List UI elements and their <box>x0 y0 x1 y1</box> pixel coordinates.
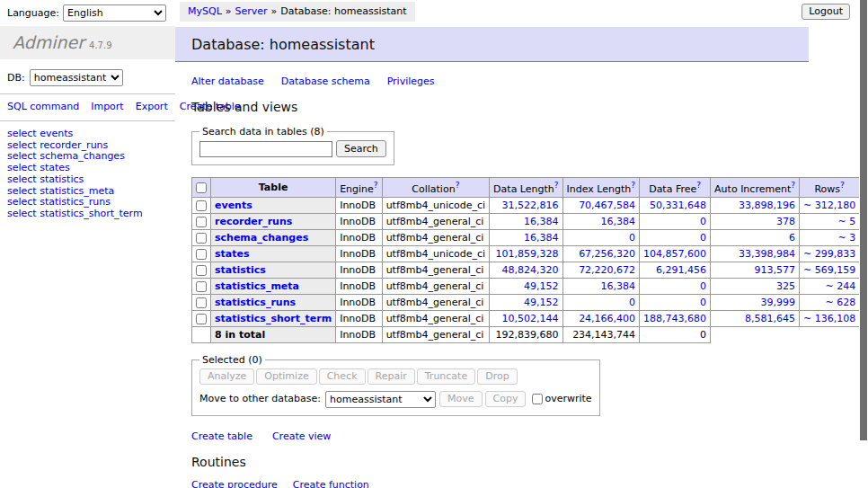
rows-count-link[interactable]: ~ 136,108 <box>803 313 855 324</box>
index-length-link[interactable]: 72,220,672 <box>579 264 635 276</box>
sidebar-divider <box>0 120 175 121</box>
data-length-link[interactable]: 101,859,328 <box>496 248 559 260</box>
column-help-link[interactable]: ? <box>791 181 795 190</box>
truncate-button[interactable]: Truncate <box>417 368 475 385</box>
data-free-link[interactable]: 104,857,600 <box>643 248 706 260</box>
breadcrumb-mysql-link[interactable]: MySQL <box>188 5 222 17</box>
column-help-link[interactable]: ? <box>840 181 845 190</box>
scrollbar[interactable] <box>859 0 868 488</box>
analyze-button[interactable]: Analyze <box>199 368 254 385</box>
table-link-recorder-runs[interactable]: recorder_runs <box>215 216 292 227</box>
data-free-link[interactable]: 0 <box>700 280 706 292</box>
auto-increment-link[interactable]: 6 <box>789 232 795 244</box>
copy-button[interactable]: Copy <box>485 391 527 407</box>
index-length-link[interactable]: 0 <box>629 297 635 308</box>
data-length-link[interactable]: 16,384 <box>524 216 559 227</box>
index-length-link[interactable]: 67,256,320 <box>579 248 635 260</box>
row-checkbox-recorder-runs[interactable] <box>196 217 207 227</box>
data-free-link[interactable]: 188,743,680 <box>643 313 706 324</box>
column-help-link[interactable]: ? <box>456 181 460 190</box>
scrollbar-thumb[interactable] <box>860 0 867 440</box>
auto-increment-link[interactable]: 378 <box>776 216 795 227</box>
column-help-link[interactable]: ? <box>631 181 635 190</box>
table-link-statistics[interactable]: statistics <box>215 264 266 276</box>
rows-count-link[interactable]: ~ 5 <box>837 216 855 227</box>
select-all-checkbox[interactable] <box>196 182 207 193</box>
repair-button[interactable]: Repair <box>368 368 415 385</box>
data-length-link[interactable]: 31,522,816 <box>502 200 559 211</box>
data-free-link[interactable]: 0 <box>700 232 706 244</box>
sql-command-link[interactable]: SQL command <box>7 101 79 112</box>
auto-increment-link[interactable]: 913,577 <box>755 264 796 276</box>
create-function-link[interactable]: Create function <box>293 479 369 488</box>
overwrite-checkbox[interactable] <box>532 394 543 404</box>
row-checkbox-statistics[interactable] <box>196 265 207 276</box>
data-length-link[interactable]: 10,502,144 <box>502 313 559 324</box>
search-button[interactable]: Search <box>336 140 386 157</box>
sidebar-item-select-events[interactable]: select events <box>7 129 168 140</box>
drop-button[interactable]: Drop <box>477 368 517 385</box>
table-link-states[interactable]: states <box>215 248 250 260</box>
import-link[interactable]: Import <box>91 101 124 112</box>
auto-increment-link[interactable]: 325 <box>776 280 795 292</box>
data-length-link[interactable]: 49,152 <box>524 297 559 308</box>
create-procedure-link[interactable]: Create procedure <box>191 479 278 488</box>
breadcrumb-server-link[interactable]: Server <box>235 5 268 17</box>
table-link-statistics-runs[interactable]: statistics_runs <box>215 297 296 308</box>
rows-count-link[interactable]: ~ 628 <box>825 297 855 308</box>
rows-count-link[interactable]: ~ 569,159 <box>803 264 855 276</box>
sidebar-item-select-states[interactable]: select states <box>7 163 168 174</box>
data-free-link[interactable]: 0 <box>700 297 706 308</box>
move-database-select[interactable]: homeassistant <box>325 391 436 408</box>
data-free-link[interactable]: 0 <box>700 216 706 227</box>
sidebar-item-select-statistics-short-term[interactable]: select statistics_short_term <box>7 209 168 220</box>
column-help-link[interactable]: ? <box>696 181 701 190</box>
table-link-statistics-short-term[interactable]: statistics_short_term <box>215 313 332 324</box>
export-link[interactable]: Export <box>136 101 168 112</box>
row-checkbox-statistics-runs[interactable] <box>196 297 207 308</box>
selected-legend: Selected (0) <box>199 354 265 366</box>
row-checkbox-statistics-meta[interactable] <box>196 281 207 292</box>
index-length-link[interactable]: 16,384 <box>601 280 636 292</box>
index-length-link[interactable]: 0 <box>629 232 635 244</box>
auto-increment-link[interactable]: 39,999 <box>761 297 796 308</box>
data-length-link[interactable]: 49,152 <box>524 280 559 292</box>
optimize-button[interactable]: Optimize <box>256 368 316 385</box>
row-checkbox-states[interactable] <box>196 249 207 260</box>
language-select[interactable]: English <box>63 4 166 22</box>
index-length-link[interactable]: 24,166,400 <box>579 313 635 324</box>
logout-button[interactable]: Logout <box>802 4 850 20</box>
sidebar-item-select-statistics[interactable]: select statistics <box>7 174 168 186</box>
data-free-link[interactable]: 50,331,648 <box>650 200 706 211</box>
check-button[interactable]: Check <box>319 368 366 385</box>
table-link-statistics-meta[interactable]: statistics_meta <box>215 280 299 292</box>
index-length-link[interactable]: 16,384 <box>601 216 636 227</box>
auto-increment-link[interactable]: 33,898,196 <box>739 200 795 211</box>
row-checkbox-schema-changes[interactable] <box>196 233 207 244</box>
rows-count-link[interactable]: ~ 3 <box>837 232 855 244</box>
auto-increment-link[interactable]: 8,581,645 <box>745 313 795 324</box>
rows-count-link[interactable]: ~ 312,180 <box>803 200 855 211</box>
create-table-link[interactable]: Create table <box>191 430 252 442</box>
row-checkbox-events[interactable] <box>196 200 207 211</box>
rows-count-link[interactable]: ~ 299,833 <box>803 248 855 260</box>
database-schema-link[interactable]: Database schema <box>281 75 370 87</box>
engine-cell: InnoDB <box>336 197 382 213</box>
privileges-link[interactable]: Privileges <box>387 75 435 87</box>
table-link-events[interactable]: events <box>215 200 252 211</box>
search-input[interactable] <box>199 141 332 157</box>
auto-increment-link[interactable]: 33,398,984 <box>739 248 795 260</box>
table-link-schema-changes[interactable]: schema_changes <box>215 232 308 244</box>
data-length-link[interactable]: 16,384 <box>524 232 559 244</box>
db-select[interactable]: homeassistant <box>30 69 123 86</box>
data-length-link[interactable]: 48,824,320 <box>502 264 559 276</box>
move-button[interactable]: Move <box>439 391 483 407</box>
column-help-link[interactable]: ? <box>554 181 559 190</box>
data-free-link[interactable]: 6,291,456 <box>656 264 706 276</box>
row-checkbox-statistics-short-term[interactable] <box>196 314 207 324</box>
index-length-link[interactable]: 70,467,584 <box>579 200 635 211</box>
column-help-link[interactable]: ? <box>374 181 378 190</box>
alter-database-link[interactable]: Alter database <box>191 75 264 87</box>
rows-count-link[interactable]: ~ 244 <box>825 280 855 292</box>
create-view-link[interactable]: Create view <box>272 430 331 442</box>
